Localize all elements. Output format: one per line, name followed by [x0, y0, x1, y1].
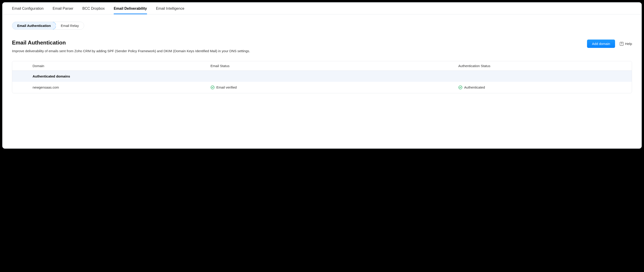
content-area: Email Authentication Email Relay Email A… [4, 14, 640, 100]
page-title: Email Authentication [12, 39, 587, 46]
group-header-authenticated: Authenticated domains [12, 71, 632, 82]
auth-status-text: Authenticated [464, 85, 485, 89]
tab-email-configuration[interactable]: Email Configuration [12, 3, 44, 14]
email-status-text: Email verified [216, 85, 237, 89]
help-icon [620, 42, 624, 46]
page-description: Improve deliverability of emails sent fr… [12, 48, 587, 54]
column-header-domain: Domain [12, 64, 210, 68]
section-title-block: Email Authentication Improve deliverabil… [12, 39, 587, 54]
cell-auth-status: Authenticated [458, 85, 632, 89]
app-frame: Email Configuration Email Parser BCC Dro… [2, 2, 642, 149]
cell-domain: newgensaas.com [12, 85, 210, 89]
sub-tab-email-relay[interactable]: Email Relay [56, 22, 84, 29]
header-actions: Add domain Help [587, 39, 632, 48]
tab-email-intelligence[interactable]: Email Intelligence [156, 3, 184, 14]
svg-point-1 [622, 44, 622, 45]
main-panel: Email Configuration Email Parser BCC Dro… [3, 3, 641, 148]
help-label: Help [625, 42, 632, 46]
column-header-email-status: Email Status [210, 64, 458, 68]
section-header: Email Authentication Improve deliverabil… [12, 39, 632, 54]
top-tabs: Email Configuration Email Parser BCC Dro… [4, 3, 640, 14]
sub-tab-email-authentication[interactable]: Email Authentication [12, 22, 56, 29]
column-header-auth-status: Authentication Status [458, 64, 632, 68]
tab-email-deliverability[interactable]: Email Deliverability [114, 3, 147, 14]
tab-bcc-dropbox[interactable]: BCC Dropbox [82, 3, 105, 14]
domains-table: Domain Email Status Authentication Statu… [12, 61, 632, 93]
check-circle-icon [210, 85, 214, 89]
tab-email-parser[interactable]: Email Parser [53, 3, 74, 14]
add-domain-button[interactable]: Add domain [587, 39, 615, 48]
table-header-row: Domain Email Status Authentication Statu… [12, 61, 632, 71]
help-link[interactable]: Help [620, 42, 632, 46]
check-circle-icon [458, 85, 462, 89]
table-row[interactable]: newgensaas.com Email verified [12, 82, 632, 93]
sub-tab-group: Email Authentication Email Relay [12, 22, 84, 29]
group-header-label: Authenticated domains [12, 74, 210, 78]
cell-email-status: Email verified [210, 85, 458, 89]
